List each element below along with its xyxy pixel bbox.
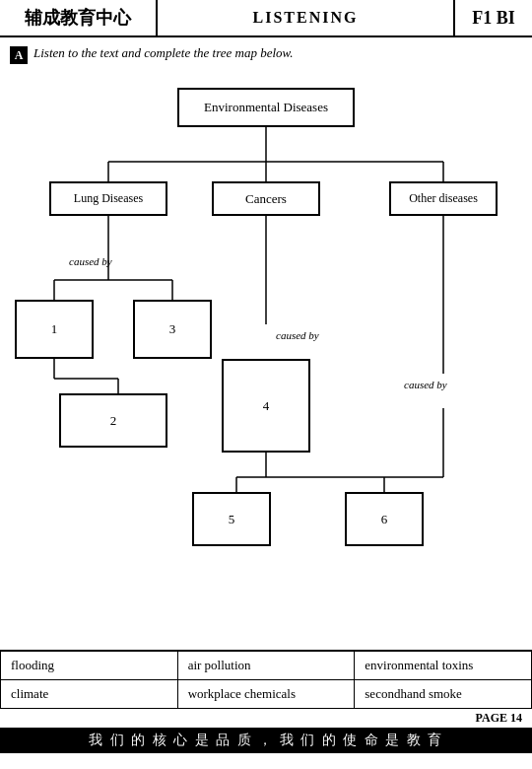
cell-air-pollution: air pollution [177, 651, 355, 680]
cancers-box: Cancers [212, 181, 320, 216]
cell-flooding: flooding [1, 651, 178, 680]
instruction-text: Listen to the text and complete the tree… [33, 45, 294, 61]
instruction-badge: A [10, 46, 28, 64]
answer-table: flooding air pollution environmental tox… [0, 650, 532, 709]
caused-by-1: caused by [69, 255, 112, 267]
box-2[interactable]: 2 [59, 393, 167, 448]
cell-climate: climate [1, 680, 178, 709]
root-box: Environmental Diseases [177, 88, 355, 127]
cell-env-toxins: environmental toxins [355, 651, 532, 680]
caused-by-2: caused by [276, 329, 319, 341]
box-1[interactable]: 1 [15, 300, 94, 359]
class-code: F1 BI [453, 0, 532, 35]
other-diseases-box: Other diseases [389, 181, 498, 216]
lung-diseases-box: Lung Diseases [49, 181, 167, 216]
tree-diagram: Environmental Diseases Lung Diseases Can… [0, 68, 532, 650]
instruction-row: A Listen to the text and complete the tr… [0, 37, 532, 68]
box-3[interactable]: 3 [133, 300, 212, 359]
box-4[interactable]: 4 [222, 359, 310, 453]
subject-title: LISTENING [158, 0, 453, 35]
page-number: PAGE 14 [0, 709, 532, 728]
table-row: flooding air pollution environmental tox… [1, 651, 532, 680]
cell-workplace: workplace chemicals [177, 680, 355, 709]
box-6[interactable]: 6 [345, 492, 424, 546]
school-name: 辅成教育中心 [0, 0, 158, 35]
box-5[interactable]: 5 [192, 492, 271, 546]
header: 辅成教育中心 LISTENING F1 BI [0, 0, 532, 37]
caused-by-3: caused by [404, 379, 447, 390]
cell-secondhand: secondhand smoke [355, 680, 532, 709]
footer: 我 们 的 核 心 是 品 质 ， 我 们 的 使 命 是 教 育 [0, 728, 532, 753]
table-row: climate workplace chemicals secondhand s… [1, 680, 532, 709]
